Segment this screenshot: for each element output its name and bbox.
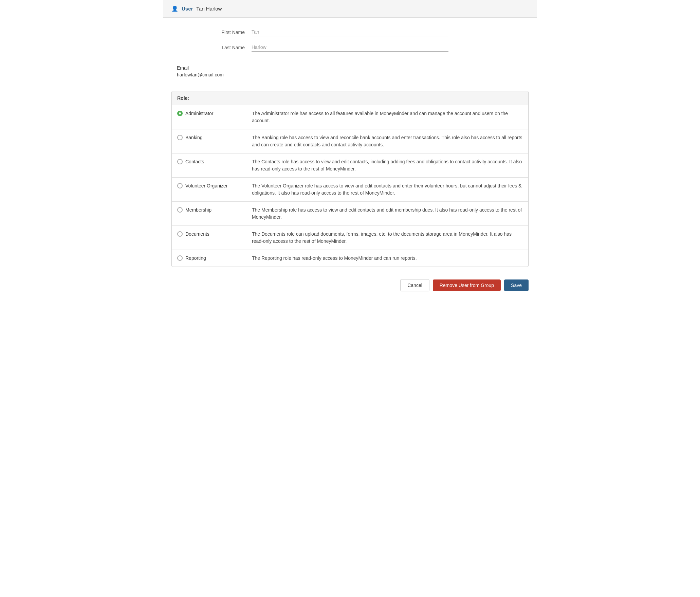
- role-radio-5[interactable]: [177, 231, 183, 237]
- role-radio-2[interactable]: [177, 159, 183, 164]
- save-button[interactable]: Save: [504, 279, 529, 291]
- remove-user-button[interactable]: Remove User from Group: [433, 279, 501, 291]
- role-name-4: Membership: [185, 207, 211, 213]
- cancel-button[interactable]: Cancel: [400, 279, 429, 291]
- header-user-name: Tan Harlow: [196, 6, 222, 12]
- role-description-5: The Documents role can upload documents,…: [252, 231, 523, 245]
- role-name-5: Documents: [185, 231, 209, 237]
- role-left-5: Documents: [177, 231, 252, 237]
- role-description-0: The Administrator role has access to all…: [252, 110, 523, 124]
- role-row: AdministratorThe Administrator role has …: [172, 105, 528, 129]
- role-row: DocumentsThe Documents role can upload d…: [172, 226, 528, 250]
- last-name-label: Last Name: [211, 45, 252, 52]
- role-left-2: Contacts: [177, 158, 252, 164]
- role-description-4: The Membership role has access to view a…: [252, 206, 523, 221]
- last-name-input[interactable]: [252, 43, 448, 52]
- email-value: harlowtan@cmail.com: [177, 72, 523, 77]
- first-name-input[interactable]: [252, 28, 448, 36]
- header-label: User: [182, 6, 193, 12]
- role-radio-0[interactable]: [177, 111, 183, 116]
- first-name-label: First Name: [211, 30, 252, 36]
- role-name-3: Volunteer Organizer: [185, 183, 228, 188]
- email-section: Email harlowtan@cmail.com: [163, 65, 537, 88]
- role-left-0: Administrator: [177, 110, 252, 116]
- role-table: Role: AdministratorThe Administrator rol…: [171, 91, 529, 267]
- role-row: ReportingThe Reporting role has read-onl…: [172, 250, 528, 267]
- last-name-row: Last Name: [211, 43, 448, 52]
- role-description-6: The Reporting role has read-only access …: [252, 255, 523, 262]
- page-header: 👤 User Tan Harlow: [163, 0, 537, 18]
- page-wrapper: 👤 User Tan Harlow First Name Last Name E…: [163, 0, 537, 300]
- user-icon: 👤: [171, 5, 178, 12]
- role-description-2: The Contacts role has access to view and…: [252, 158, 523, 173]
- form-section: First Name Last Name: [163, 18, 537, 65]
- role-row: ContactsThe Contacts role has access to …: [172, 153, 528, 178]
- role-row: MembershipThe Membership role has access…: [172, 202, 528, 226]
- role-radio-3[interactable]: [177, 183, 183, 188]
- role-radio-6[interactable]: [177, 255, 183, 261]
- role-name-2: Contacts: [185, 159, 204, 164]
- role-left-1: Banking: [177, 134, 252, 140]
- role-description-3: The Volunteer Organizer role has access …: [252, 182, 523, 197]
- footer-actions: Cancel Remove User from Group Save: [163, 274, 537, 300]
- role-name-1: Banking: [185, 135, 203, 140]
- role-left-4: Membership: [177, 206, 252, 213]
- role-left-3: Volunteer Organizer: [177, 182, 252, 188]
- role-left-6: Reporting: [177, 255, 252, 261]
- role-description-1: The Banking role has access to view and …: [252, 134, 523, 148]
- role-section: Role: AdministratorThe Administrator rol…: [163, 88, 537, 274]
- role-row: Volunteer OrganizerThe Volunteer Organiz…: [172, 178, 528, 202]
- email-label: Email: [177, 65, 523, 71]
- role-name-6: Reporting: [185, 255, 206, 261]
- role-table-header: Role:: [172, 91, 528, 105]
- role-row: BankingThe Banking role has access to vi…: [172, 129, 528, 153]
- role-rows-container: AdministratorThe Administrator role has …: [172, 105, 528, 267]
- first-name-row: First Name: [211, 28, 448, 36]
- role-radio-4[interactable]: [177, 207, 183, 213]
- role-name-0: Administrator: [185, 111, 213, 116]
- role-radio-1[interactable]: [177, 135, 183, 140]
